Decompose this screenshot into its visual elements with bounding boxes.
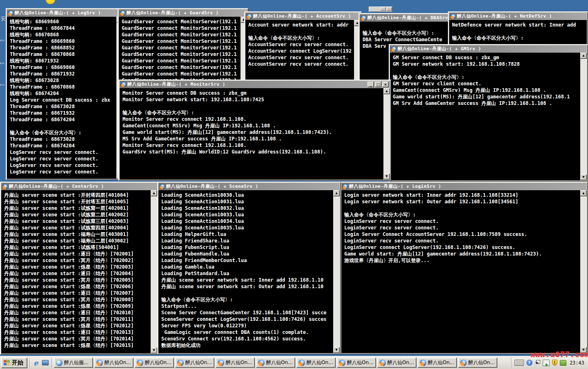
- game-app-icon: [2, 184, 8, 189]
- desktop-icon-fragment-yellow: [46, 0, 55, 4]
- titlebar-accountsrv[interactable]: 醉八仙Online-丹崖山-( + AccountSrv ): [245, 13, 361, 20]
- task-button-console-8[interactable]: 醉八仙On...: [377, 358, 416, 368]
- titlebar-gmsrv[interactable]: 醉八仙Online-丹崖山-( + GMSrv ): [390, 45, 587, 53]
- task-button-console-7[interactable]: 醉八仙On...: [337, 358, 376, 368]
- scrollbar[interactable]: ▲ ▼: [333, 190, 340, 353]
- task-button-console-5[interactable]: 醉八仙On...: [256, 358, 295, 368]
- console-output-loginsrv[interactable]: Login server network start: Inner addr 1…: [341, 190, 580, 353]
- maximize-button[interactable]: □: [375, 82, 381, 87]
- desktop-icon-label-fragment: 安: [1, 16, 6, 22]
- console-output-centersrv[interactable]: 丹崖山 server scene start :开封塔四层[401004] 丹崖…: [1, 190, 151, 353]
- game-icon: [298, 360, 305, 366]
- window-title: 醉八仙Online-丹崖山-( + CenterSrv ): [9, 183, 104, 190]
- task-button-console-4[interactable]: 醉八仙On...: [216, 358, 255, 368]
- desktop-icon-fragment: [0, 40, 4, 41]
- task-button-console-1[interactable]: 醉八仙On...: [94, 358, 134, 368]
- scroll-down-icon[interactable]: ▼: [333, 347, 340, 353]
- window-title: 醉八仙Online-丹崖山-( + DBASrv ): [368, 14, 454, 22]
- task-button-console-10[interactable]: 醉八仙On...: [458, 358, 497, 368]
- show-desktop-icon[interactable]: [41, 358, 49, 367]
- window-logsrv: 醉八仙Online-丹崖山-( + LogSrv ) 线程句柄: 6866986…: [6, 8, 124, 180]
- task-button-console-3[interactable]: 醉八仙On...: [175, 358, 214, 368]
- game-app-icon: [361, 16, 366, 21]
- window-monitorsrv: 醉八仙Online-丹崖山-( + MonitorSrv ) _ □ × Mon…: [118, 80, 391, 181]
- console-output-gmsrv[interactable]: GM Server connect DB sucess : zbx_gm GM …: [390, 53, 580, 180]
- game-icon: [218, 360, 224, 366]
- game-icon: [258, 360, 265, 366]
- game-icon: [96, 360, 103, 366]
- watermark-text: www.u077.com: [530, 349, 588, 359]
- window-scenesrv: 醉八仙Online-丹崖山-( + SceneSrv ) Loading Sce…: [157, 182, 341, 354]
- scroll-up-icon[interactable]: ▲: [580, 190, 587, 196]
- scroll-up-icon[interactable]: ▲: [383, 88, 390, 94]
- window-title: 醉八仙Online-丹崖山-( + SceneSrv ): [166, 183, 258, 190]
- desktop-icon-fragment: [0, 62, 4, 64]
- hidden-window-titlebar-fragment: [369, 7, 392, 12]
- titlebar-logsrv[interactable]: 醉八仙Online-丹崖山-( + LogSrv ): [7, 9, 123, 17]
- game-app-icon: [391, 47, 396, 52]
- hide-tray-icons-icon[interactable]: [535, 360, 540, 366]
- game-app-icon: [343, 184, 348, 189]
- console-output-monitorsrv[interactable]: Monitor Server connect DB success : zbx_…: [120, 88, 383, 180]
- scrollbar[interactable]: ▲ ▼: [580, 190, 587, 353]
- desktop-icon-fragment: [0, 84, 4, 86]
- scrollbar[interactable]: ▲ ▼: [383, 88, 390, 180]
- task-button-console-6[interactable]: 醉八仙On...: [296, 358, 336, 368]
- close-button[interactable]: ×: [382, 82, 389, 87]
- game-app-icon: [450, 14, 456, 19]
- console-output-scenesrv[interactable]: Loading SceneAction10030.lua Loading Sce…: [158, 190, 333, 353]
- window-centersrv: 醉八仙Online-丹崖山-( + CenterSrv ) 丹崖山 server…: [0, 182, 158, 355]
- window-title: 醉八仙Online-丹崖山-( + MonitorSrv ): [127, 81, 225, 88]
- security-shield-icon[interactable]: !: [552, 360, 557, 366]
- task-button-server-launcher[interactable]: 醉八仙服...: [54, 358, 93, 368]
- hardware-tray-icon[interactable]: [560, 360, 566, 366]
- task-button-console-2[interactable]: 醉八仙On...: [135, 358, 174, 368]
- start-label: 开始: [12, 359, 23, 367]
- start-button[interactable]: 开始: [1, 358, 27, 368]
- taskbar-divider: [51, 358, 52, 368]
- scrollbar[interactable]: ▲ ▼: [151, 190, 157, 353]
- help-icon[interactable]: ?: [526, 360, 532, 366]
- scroll-down-icon[interactable]: ▼: [383, 173, 390, 180]
- window-button-fragment: [387, 7, 392, 11]
- game-icon: [379, 360, 386, 366]
- console-output-logsrv[interactable]: 线程句柄: 68669860 ThreadFrame : 68667844 线程…: [7, 17, 116, 179]
- game-app-icon: [247, 14, 252, 19]
- game-icon: [137, 360, 143, 366]
- game-icon: [420, 360, 426, 366]
- game-icon: [177, 360, 184, 366]
- keyboard-layout-icon[interactable]: [514, 360, 524, 366]
- window-button-fragment: [381, 7, 386, 11]
- scroll-down-icon[interactable]: ▼: [580, 174, 587, 180]
- window-title: 醉八仙Online-丹崖山-( + AccountSrv ): [253, 13, 351, 20]
- titlebar-scenesrv[interactable]: 醉八仙Online-丹崖山-( + SceneSrv ): [158, 183, 340, 190]
- scroll-down-icon[interactable]: ▼: [151, 347, 157, 353]
- titlebar-centersrv[interactable]: 醉八仙Online-丹崖山-( + CenterSrv ): [1, 183, 157, 190]
- titlebar-loginsrv[interactable]: 醉八仙Online-丹崖山-( + LoginSrv ): [341, 183, 587, 190]
- window-title: 醉八仙Online-丹崖山-( + LogSrv ): [15, 9, 101, 17]
- titlebar-netdefsrv[interactable]: 醉八仙Online-丹崖山-( + NetDefSrv ): [449, 13, 587, 20]
- game-icon: [460, 360, 467, 366]
- game-app-icon: [120, 11, 125, 16]
- window-title: 醉八仙Online-丹崖山-( + NetDefSrv ): [457, 13, 552, 20]
- windows-logo-icon: [4, 360, 10, 366]
- minimize-button[interactable]: _: [368, 82, 374, 87]
- scroll-up-icon[interactable]: ▲: [333, 190, 340, 196]
- scroll-up-icon[interactable]: ▲: [151, 190, 157, 196]
- window-title: 醉八仙Online-丹崖山-( + LoginSrv ): [349, 183, 441, 190]
- task-button-console-9[interactable]: 醉八仙On...: [418, 358, 457, 368]
- game-icon: [339, 360, 345, 366]
- scrollbar[interactable]: ▲ ▼: [580, 53, 587, 180]
- server-running-tray-icon[interactable]: [543, 360, 550, 366]
- window-loginsrv: 醉八仙Online-丹崖山-( + LoginSrv ) Login serve…: [340, 182, 588, 354]
- taskbar: 开始 e 醉八仙服... 醉八仙On... 醉八仙On... 醉八仙On... …: [0, 356, 588, 369]
- titlebar-guardsrv[interactable]: 醉八仙Online-丹崖山-( + GuardSrv ): [119, 9, 247, 17]
- taskbar-divider: [29, 358, 30, 368]
- window-title: 醉八仙Online-丹崖山-( + GuardSrv ): [127, 9, 219, 17]
- internet-explorer-icon[interactable]: e: [32, 358, 40, 367]
- scroll-up-icon[interactable]: ▲: [580, 53, 587, 59]
- taskbar-clock[interactable]: 23:43: [569, 360, 584, 366]
- window-gmsrv: 醉八仙Online-丹崖山-( + GMSrv ) GM Server conn…: [389, 44, 588, 182]
- titlebar-monitorsrv[interactable]: 醉八仙Online-丹崖山-( + MonitorSrv ) _ □ ×: [120, 81, 390, 88]
- window-title: 醉八仙Online-丹崖山-( + GMSrv ): [398, 45, 481, 53]
